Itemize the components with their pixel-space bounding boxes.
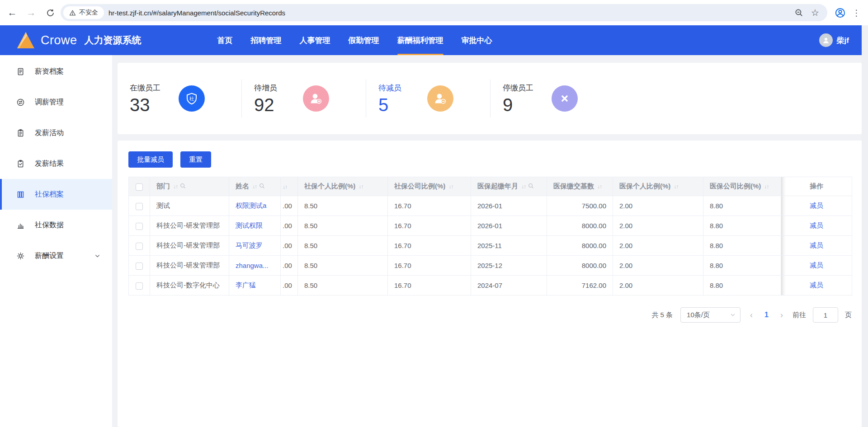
cell-mi-base: 8000.00 xyxy=(547,236,613,256)
clipboard-icon xyxy=(16,129,25,137)
reduce-action-link[interactable]: 减员 xyxy=(810,221,823,229)
cell-mi-personal: 2.00 xyxy=(613,216,703,236)
cell-mi-start: 2025-11 xyxy=(471,236,547,256)
sort-icon[interactable]: ↓↑ xyxy=(173,183,178,190)
sidebar-item-payroll-activity[interactable]: 发薪活动 xyxy=(0,117,112,148)
sidebar-item-social-security-data[interactable]: 社保数据 xyxy=(0,210,112,240)
user-menu[interactable]: 柴jf xyxy=(819,33,849,47)
sort-icon[interactable]: ↓↑ xyxy=(597,183,602,190)
clipboard-check-icon xyxy=(16,160,25,168)
stat-pending-reductions[interactable]: 待减员 5 xyxy=(366,63,491,134)
stat-label: 待减员 xyxy=(378,83,420,93)
column-header-ss-company-rate: 社保公司比例(%)↓↑ xyxy=(388,177,471,196)
row-checkbox[interactable] xyxy=(136,223,143,230)
cell-name: zhangwa... xyxy=(229,256,281,276)
nav-item-home[interactable]: 首页 xyxy=(217,25,233,55)
cell-mi-company: 8.80 xyxy=(703,216,781,236)
cell-department: 科技公司-研发管理部 xyxy=(150,236,229,256)
cell-mi-base: 7162.00 xyxy=(547,276,613,296)
reduce-action-link[interactable]: 减员 xyxy=(810,281,823,289)
bookmark-star-icon[interactable]: ☆ xyxy=(809,7,821,19)
sidebar-item-salary-adjustment[interactable]: 调薪管理 xyxy=(0,87,112,117)
table-row: 科技公司-研发管理部 zhangwa... .00 8.50 16.70 202… xyxy=(129,256,852,276)
row-checkbox[interactable] xyxy=(136,282,143,290)
select-all-checkbox[interactable] xyxy=(136,183,143,191)
nav-item-recruitment[interactable]: 招聘管理 xyxy=(251,25,282,55)
cell-mi-personal: 2.00 xyxy=(613,236,703,256)
sort-icon[interactable]: ↓↑ xyxy=(674,183,678,190)
employee-name-link[interactable]: 马可波罗 xyxy=(236,241,263,249)
sidebar-item-salary-archive[interactable]: 薪资档案 xyxy=(0,56,112,87)
browser-back-button[interactable]: ← xyxy=(4,4,21,21)
cell-mi-start: 2025-12 xyxy=(471,256,547,276)
next-page-button[interactable]: › xyxy=(780,310,783,320)
browser-chrome: ← → 不安全 hr-test.zjf-it.cn/#/salaryManage… xyxy=(0,0,868,25)
url-text: hr-test.zjf-it.cn/#/salaryManagement/soc… xyxy=(108,9,788,17)
batch-reduce-button[interactable]: 批量减员 xyxy=(128,151,173,168)
browser-menu-icon[interactable]: ⋮ xyxy=(852,9,861,17)
cell-mi-company: 8.80 xyxy=(703,196,781,216)
cell-mi-personal: 2.00 xyxy=(613,196,703,216)
row-checkbox[interactable] xyxy=(136,263,143,270)
app-logo: Crowe 人力资源系统 xyxy=(15,31,142,49)
cell-mi-company: 8.80 xyxy=(703,236,781,256)
main-content: 在缴员工 33 社 待增员 92 xyxy=(112,55,862,427)
employee-name-link[interactable]: 权限测试a xyxy=(236,202,266,209)
sidebar-item-social-security-archive[interactable]: 社保档案 xyxy=(0,179,112,210)
prev-page-button[interactable]: ‹ xyxy=(750,310,753,320)
reduce-action-link[interactable]: 减员 xyxy=(810,202,823,209)
employee-name-link[interactable]: zhangwa... xyxy=(236,262,269,269)
goto-page-input[interactable] xyxy=(813,307,838,323)
sort-icon[interactable]: ↓↑ xyxy=(252,183,257,190)
sidebar-item-payroll-result[interactable]: 发薪结果 xyxy=(0,148,112,179)
sort-icon[interactable]: ↓↑ xyxy=(448,183,453,190)
nav-item-salary-benefits[interactable]: 薪酬福利管理 xyxy=(397,25,443,55)
brand-name: Crowe xyxy=(41,33,77,47)
url-bar[interactable]: 不安全 hr-test.zjf-it.cn/#/salaryManagement… xyxy=(61,4,827,21)
search-icon[interactable] xyxy=(259,183,265,189)
nav-item-approval-center[interactable]: 审批中心 xyxy=(462,25,492,55)
stat-pending-additions[interactable]: 待增员 92 xyxy=(242,63,366,134)
stat-active-employees[interactable]: 在缴员工 33 社 xyxy=(118,63,242,134)
goto-label: 前往 xyxy=(793,311,806,319)
person-plus-icon xyxy=(303,85,329,112)
stats-card: 在缴员工 33 社 待增员 92 xyxy=(118,63,862,134)
sort-icon[interactable]: ↓↑ xyxy=(764,183,769,190)
search-icon[interactable] xyxy=(180,183,186,189)
browser-scrollbar[interactable] xyxy=(862,25,868,427)
zoom-out-icon[interactable] xyxy=(793,7,805,19)
browser-reload-button[interactable] xyxy=(42,4,59,21)
employee-name-link[interactable]: 测试权限 xyxy=(236,221,263,229)
row-checkbox[interactable] xyxy=(136,243,143,250)
column-header-mi-base: 医保缴交基数↓↑ xyxy=(547,177,613,196)
svg-text:社: 社 xyxy=(189,96,194,101)
reduce-action-link[interactable]: 减员 xyxy=(810,261,823,269)
sidebar-item-label: 社保数据 xyxy=(35,221,64,230)
browser-profile-icon[interactable] xyxy=(835,7,846,19)
page-size-select[interactable]: 10条/页 xyxy=(680,307,741,323)
cell-mi-company: 8.80 xyxy=(703,256,781,276)
stat-stopped-employees[interactable]: 停缴员工 9 xyxy=(491,63,615,134)
security-chip[interactable]: 不安全 xyxy=(63,6,104,19)
sidebar-item-salary-settings[interactable]: 薪酬设置 xyxy=(0,240,112,271)
table-row: 科技公司-数字化中心 李广猛 .00 8.50 16.70 2024-07 71… xyxy=(129,276,852,296)
nav-item-personnel[interactable]: 人事管理 xyxy=(300,25,330,55)
cell-mi-base: 8000.00 xyxy=(547,256,613,276)
reset-button[interactable]: 重置 xyxy=(180,151,211,168)
cell-mi-start: 2026-01 xyxy=(471,216,547,236)
sort-icon[interactable]: ↓↑ xyxy=(283,184,287,190)
sidebar-item-label: 社保档案 xyxy=(35,190,64,199)
reduce-action-link[interactable]: 减员 xyxy=(810,241,823,249)
user-avatar-icon xyxy=(819,33,833,47)
employee-name-link[interactable]: 李广猛 xyxy=(236,281,256,289)
search-icon[interactable] xyxy=(528,183,534,189)
row-checkbox[interactable] xyxy=(136,203,143,210)
current-page[interactable]: 1 xyxy=(764,311,769,319)
cell-mi-start: 2024-07 xyxy=(471,276,547,296)
browser-forward-button[interactable]: → xyxy=(23,4,40,21)
nav-item-attendance[interactable]: 假勤管理 xyxy=(349,25,379,55)
sidebar-item-label: 薪资档案 xyxy=(35,67,64,76)
sort-icon[interactable]: ↓↑ xyxy=(359,183,363,190)
sort-icon[interactable]: ↓↑ xyxy=(521,183,526,190)
table-row: 科技公司-研发管理部 马可波罗 .00 8.50 16.70 2025-11 8… xyxy=(129,236,852,256)
